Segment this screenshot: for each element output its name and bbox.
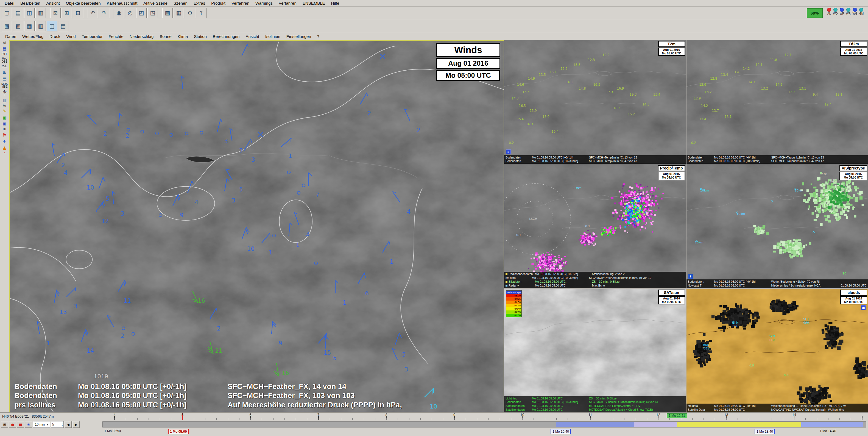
mapmenu-wetter-flug[interactable]: Wetter/Flug (19, 33, 46, 39)
menu-szenen[interactable]: Szenen (170, 0, 191, 6)
step-forward-button[interactable]: ▶ (72, 421, 80, 428)
zoom-fit-icon[interactable]: ◰ (136, 8, 147, 18)
stop-button[interactable]: ■ (17, 421, 24, 428)
interval-select[interactable]: 10 min ▾ (33, 421, 50, 428)
zoom-out-icon[interactable]: ◎ (125, 8, 135, 18)
meteoswiss-logo[interactable]: f (688, 274, 693, 279)
active-map-icon[interactable]: ◫ (47, 21, 57, 31)
undo-icon[interactable]: ↶ (88, 8, 98, 18)
menu-verfahren[interactable]: Verfahren (228, 0, 252, 6)
cut-icon[interactable]: ⊠ (50, 8, 61, 18)
layer-mo3[interactable]: Mo 3 (0, 90, 9, 96)
mapmenu-feuchte[interactable]: Feuchte (106, 33, 127, 39)
mapmenu-klima[interactable]: Klima (175, 33, 191, 39)
menu-hilfe[interactable]: Hilfe (328, 0, 342, 6)
help-icon[interactable]: ? (196, 8, 207, 18)
new-scene-icon[interactable]: ▢ (2, 8, 12, 18)
menu-bearbeiten[interactable]: Bearbeiten (17, 0, 43, 6)
mapmenu-niederschlag[interactable]: Niederschlag (127, 33, 157, 39)
layer-map-icon[interactable]: ▦ (0, 47, 9, 51)
layer-plane-icon[interactable]: ✈ (0, 139, 9, 144)
timeline-segment[interactable] (556, 422, 634, 427)
layers-icon[interactable]: ▩ (162, 8, 173, 18)
mapmenu-temperatur[interactable]: Temperatur (79, 33, 106, 39)
layer-calc[interactable]: Calc (0, 65, 9, 68)
layer-grid-icon[interactable]: ⊞ (0, 70, 9, 75)
panel-sat[interactable]: meteosat age05:0004:5504:5004:4504:4004:… (504, 289, 686, 412)
timeline-label-radar[interactable]: 1 Mo 13:40 (754, 429, 775, 434)
panel-td2m[interactable]: 12.612.813.413.212.914.213.713.112.413.4… (686, 40, 868, 164)
loop-button[interactable]: ✳ (25, 421, 32, 428)
mapmenu-einstellungen[interactable]: Einstellungen (283, 33, 314, 39)
scene-tab-al[interactable]: AL (827, 8, 831, 15)
grid-icon[interactable]: ▦ (174, 8, 184, 18)
zoom-in-icon[interactable]: ◉ (114, 8, 124, 18)
menu-ensemble[interactable]: ENSEMBLE (300, 0, 328, 6)
panel-t2m[interactable]: 14.614.913.515.314.316.515.915.015.616.3… (504, 40, 686, 164)
panel-clouds[interactable]: BKN 096BKN 081BKN 110SCT 0900.80.4▣cloud… (686, 289, 868, 412)
menu-verfahren[interactable]: Verfahren (276, 0, 300, 6)
scene-config-icon[interactable]: ▧ (2, 21, 12, 31)
menu-ansicht[interactable]: Ansicht (43, 0, 63, 6)
mapmenu-daten[interactable]: Daten (2, 33, 19, 39)
menu-kartenausschnitt[interactable]: Kartenausschnitt (104, 0, 141, 6)
menu-objekte-bearbeiten[interactable]: Objekte bearbeiten (63, 0, 104, 6)
scene-tab-wr[interactable]: WR (846, 8, 851, 15)
step-spinner[interactable]: 5 ▴▾ (51, 421, 64, 428)
timeline-segment[interactable] (103, 422, 556, 427)
scene-tab-wo[interactable]: WO (833, 8, 838, 15)
mapmenu-isolinien[interactable]: Isolinien (262, 33, 283, 39)
timeline-segment[interactable] (801, 422, 863, 427)
menu-warnings[interactable]: Warnings (252, 0, 276, 6)
layer-all[interactable]: All (0, 41, 9, 45)
save-icon[interactable]: ◫ (24, 8, 35, 18)
menu-aktive-szene[interactable]: Aktive Szene (140, 0, 170, 6)
scene-tab-wp[interactable]: WP (840, 8, 844, 15)
menu-extras[interactable]: Extras (191, 0, 209, 6)
mapmenu-wind[interactable]: Wind (63, 33, 79, 39)
layer-edit-icon[interactable]: ✎ (0, 109, 9, 113)
menu-datei[interactable]: Datei (2, 0, 17, 6)
layer-mod-obs[interactable]: Mod OBS (0, 57, 9, 63)
layer-chart-icon[interactable]: ▤ (0, 76, 9, 81)
layer-blue-icon[interactable]: ▣ (0, 122, 9, 126)
mapmenu-station[interactable]: Station (191, 33, 210, 39)
timeline-label-current[interactable]: 1 Mo 05:00 (168, 429, 189, 434)
timeline-segment[interactable] (677, 422, 801, 427)
layer-hit[interactable]: Hit (0, 128, 9, 131)
timeline-segment[interactable] (634, 422, 677, 427)
mapmenu-ansicht[interactable]: Ansicht (243, 33, 262, 39)
menu-produkt[interactable]: Produkt (208, 0, 228, 6)
timeline-label-sat[interactable]: 1 Mo 10:40 (551, 429, 571, 434)
timeline-bar[interactable] (102, 422, 866, 428)
pan-icon[interactable]: ◳ (148, 8, 158, 18)
layer-a[interactable]: a (0, 152, 9, 155)
diagram-icon[interactable]: ▨ (13, 21, 23, 31)
station-legend-icon[interactable]: ≡ (506, 149, 511, 154)
main-map-panel[interactable]: 2232224105123953433174101131116133114229… (9, 40, 504, 412)
timeline-ruler[interactable]: 4567891011121314 (102, 413, 868, 420)
step-back-button[interactable]: ◀ (65, 421, 72, 428)
paste-icon[interactable]: ⊟ (73, 8, 83, 18)
layer-warn-icon[interactable]: ▲ (0, 146, 9, 150)
settings-icon[interactable]: ⚙ (185, 8, 195, 18)
panel-vis[interactable]: 10km10km10km10km2.918.5120fVIS/prectypeA… (686, 164, 868, 288)
panel-precip[interactable]: EDNYLSZH0.10.1Precip/TempAug 01 2016Mo 0… (504, 164, 686, 288)
layer-kw[interactable]: kw (0, 105, 9, 108)
mapmenu-q[interactable]: ? (314, 33, 322, 39)
layer-flag-icon[interactable]: ⚑ (0, 133, 9, 137)
open-icon[interactable]: ▤ (13, 8, 23, 18)
table-window-icon[interactable]: ▥ (35, 21, 46, 31)
mapmenu-druck[interactable]: Druck (46, 33, 63, 39)
mapmenu-sonne[interactable]: Sonne (157, 33, 174, 39)
layer-mos-mbe[interactable]: MOS MBE (0, 83, 9, 88)
spinner-up-icon[interactable]: ▴ (62, 423, 63, 425)
layer-green-icon[interactable]: ▣ (0, 115, 9, 120)
print-icon[interactable]: ▥ (35, 8, 46, 18)
mapmenu-berechnungen[interactable]: Berechnungen (210, 33, 243, 39)
scene-tab-wg[interactable]: WG (852, 8, 857, 15)
copy-icon[interactable]: ⊞ (62, 8, 72, 18)
timeline-segment[interactable] (863, 422, 866, 427)
scene-tab-gm[interactable]: GM (859, 8, 864, 15)
timeline-options-button[interactable]: ⊞ (1, 421, 8, 428)
